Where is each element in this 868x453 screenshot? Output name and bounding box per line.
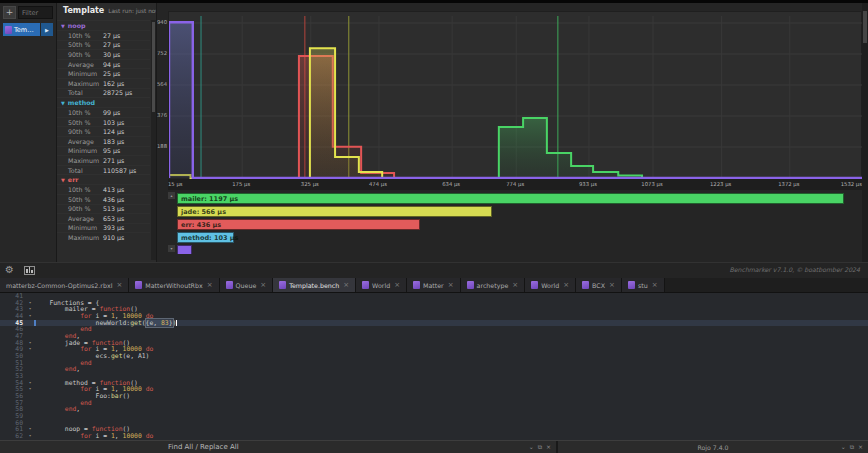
legend-scroll-down-button[interactable]: ▾	[168, 245, 175, 252]
stats-group-header-method[interactable]: ▼method	[57, 97, 150, 107]
y-tick-label: 188	[157, 143, 167, 149]
fold-arrow-icon[interactable]: ▾	[26, 313, 34, 320]
popout-icon[interactable]: ⧉	[538, 443, 542, 451]
fold-arrow-icon[interactable]: ▾	[26, 346, 34, 353]
chevron-down-icon: ▼	[61, 23, 65, 29]
legend-bar-jade[interactable]: jade: 566 μs	[177, 206, 492, 217]
close-icon[interactable]: ×	[512, 281, 518, 289]
stat-row-noop-average: Average94 μs	[57, 59, 150, 69]
editor-tab-world[interactable]: World×	[356, 278, 407, 292]
legend-bar-mailer[interactable]: mailer: 1197 μs	[177, 193, 844, 204]
y-tick-label: 376	[157, 112, 167, 118]
close-icon[interactable]: ×	[858, 443, 863, 451]
code-line[interactable]: 60	[0, 420, 868, 427]
histogram-fill-noop	[169, 22, 193, 178]
stats-scrollbar[interactable]	[151, 20, 156, 260]
fold-arrow-icon[interactable]	[26, 333, 34, 340]
close-icon[interactable]: ×	[448, 281, 454, 289]
last-run-label: Last run: just now	[108, 8, 156, 14]
add-benchmark-button[interactable]: +	[3, 6, 16, 19]
code-line[interactable]: 62▾ for i = 1, 10000 do	[0, 433, 868, 440]
fold-arrow-icon[interactable]	[26, 400, 34, 407]
close-icon[interactable]: ×	[343, 281, 349, 289]
x-axis: 15 μs175 μs325 μs474 μs634 μs774 μs933 μ…	[168, 179, 862, 190]
editor-tab-bcx[interactable]: BCX×	[576, 278, 622, 292]
code-line[interactable]: 57 end	[0, 400, 868, 407]
editor-tab-template-bench[interactable]: Template.bench×	[273, 278, 356, 292]
fold-arrow-icon[interactable]	[26, 373, 34, 380]
fold-arrow-icon[interactable]	[26, 293, 34, 300]
chart-scrollbar[interactable]	[862, 3, 868, 262]
close-icon[interactable]: ×	[609, 281, 615, 289]
legend-scroll-up-button[interactable]: ▴	[168, 192, 175, 199]
editor-tab-queue[interactable]: Queue×	[220, 278, 274, 292]
fold-arrow-icon[interactable]: ▾	[26, 380, 34, 387]
legend-bar-err[interactable]: err: 436 μs	[177, 219, 420, 230]
settings-gear-icon[interactable]: ⚙	[5, 264, 14, 275]
code-line[interactable]: 47 end,	[0, 333, 868, 340]
status-bar: Find All / Replace All ⌄⧉× Rojo 7.4.0 ⌄⧉…	[0, 440, 868, 453]
stats-group-header-err[interactable]: ▼err	[57, 174, 150, 184]
popout-icon[interactable]: ⧉	[850, 443, 854, 451]
close-icon[interactable]: ×	[116, 281, 122, 289]
code-line[interactable]: 51 end	[0, 360, 868, 367]
code-line[interactable]: 58 end,	[0, 406, 868, 413]
x-tick-label: 933 μs	[579, 181, 597, 187]
code-line[interactable]: 52 end,	[0, 366, 868, 373]
code-line[interactable]: 59	[0, 413, 868, 420]
tab-label: World	[372, 282, 390, 289]
chevron-down-icon: ▼	[61, 100, 65, 106]
stat-row-err-90th: 90th %513 μs	[57, 204, 150, 214]
collapse-icon[interactable]: ⌄	[841, 443, 846, 451]
legend-bar-method[interactable]: method: 103 μs	[177, 232, 234, 243]
editor-tab-matterbz-common-optimus2-rbxl[interactable]: matterbz-Common-Optimus2.rbxl×	[0, 278, 129, 292]
fold-arrow-icon[interactable]: ▾	[26, 306, 34, 313]
close-icon[interactable]: ×	[563, 281, 569, 289]
close-icon[interactable]: ×	[394, 281, 400, 289]
fold-arrow-icon[interactable]	[26, 413, 34, 420]
editor-tab-world[interactable]: World×	[525, 278, 576, 292]
fold-arrow-icon[interactable]	[26, 326, 34, 333]
report-chart-icon[interactable]	[24, 266, 35, 275]
fold-arrow-icon[interactable]	[26, 353, 34, 360]
fold-arrow-icon[interactable]: ▾	[26, 340, 34, 347]
script-file-icon	[413, 281, 420, 289]
code-line[interactable]: 46 end	[0, 326, 868, 333]
close-icon[interactable]: ×	[546, 443, 551, 451]
close-icon[interactable]: ×	[207, 281, 213, 289]
fold-arrow-icon[interactable]	[26, 366, 34, 373]
legend-bar-label: jade: 566 μs	[181, 208, 226, 216]
legend-bar-noop[interactable]	[177, 245, 192, 254]
collapse-icon[interactable]: ⌄	[529, 443, 534, 451]
fold-arrow-icon[interactable]: ▾	[26, 386, 34, 393]
fold-arrow-icon[interactable]	[26, 393, 34, 400]
fold-arrow-icon[interactable]	[26, 420, 34, 427]
editor-tab-matterwithoutrbx[interactable]: MatterWithoutRbx×	[129, 278, 219, 292]
code-line-current[interactable]: 45 newWorld:get({e, 83})	[0, 320, 868, 327]
tab-label: Matter	[423, 282, 444, 289]
fold-arrow-icon[interactable]	[26, 320, 34, 327]
fold-arrow-icon[interactable]	[26, 406, 34, 413]
code-line[interactable]: 55▾ for i = 1, 10000 do	[0, 386, 868, 393]
fold-arrow-icon[interactable]: ▾	[26, 300, 34, 307]
code-editor[interactable]: 4142▾ Functions = {43▾ mailer = function…	[0, 293, 868, 440]
filter-input[interactable]	[18, 6, 53, 19]
stats-group-header-noop[interactable]: ▼noop	[57, 20, 150, 30]
x-tick-label: 1372 μs	[778, 181, 799, 187]
sidebar-item-template[interactable]: Tem…	[3, 23, 40, 36]
code-line[interactable]: 50 ecs.get(e, A1)	[0, 353, 868, 360]
fold-arrow-icon[interactable]: ▾	[26, 426, 34, 433]
close-icon[interactable]: ×	[652, 281, 658, 289]
code-line[interactable]: 56 Foo:bar()	[0, 393, 868, 400]
code-line[interactable]: 41	[0, 293, 868, 300]
editor-tab-archetype[interactable]: archetype×	[461, 278, 526, 292]
editor-tab-stu[interactable]: stu×	[622, 278, 665, 292]
fold-arrow-icon[interactable]: ▾	[26, 433, 34, 440]
editor-tab-matter[interactable]: Matter×	[407, 278, 461, 292]
script-file-icon	[226, 281, 233, 289]
close-icon[interactable]: ×	[260, 281, 266, 289]
run-benchmark-button[interactable]: ▶	[41, 23, 53, 36]
fold-arrow-icon[interactable]	[26, 360, 34, 367]
tab-label: Queue	[236, 282, 257, 289]
legend-scrollbar[interactable]: ▴ ▾	[168, 192, 175, 252]
